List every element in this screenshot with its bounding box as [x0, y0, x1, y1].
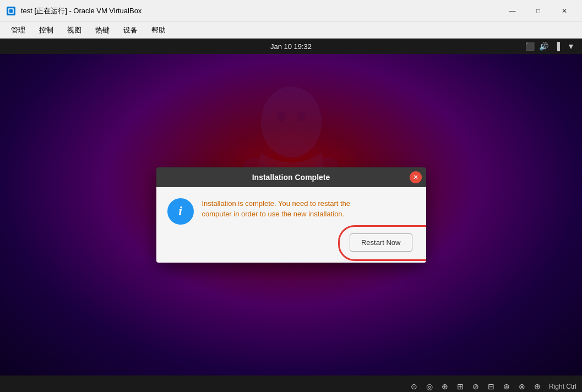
app-icon: [6, 6, 17, 17]
dialog-title: Installation Complete: [252, 173, 330, 182]
installation-dialog: Installation Complete ✕ i Installation i…: [156, 167, 426, 263]
battery-icon: ▐: [552, 41, 563, 52]
taskbar-icon-3[interactable]: ⊕: [438, 380, 452, 392]
message-line2: computer in order to use the new install…: [202, 210, 345, 218]
taskbar: ⊙ ◎ ⊕ ⊞ ⊘ ⊟ ⊛ ⊗ ⊕ Right Ctrl: [0, 375, 582, 392]
taskbar-icon-5[interactable]: ⊘: [469, 380, 482, 392]
right-ctrl-label: Right Ctrl: [549, 383, 576, 390]
taskbar-icon-7[interactable]: ⊛: [500, 380, 513, 392]
dialog-content: Installation is complete. You need to re…: [202, 198, 412, 252]
menu-hotkeys[interactable]: 热键: [90, 23, 115, 37]
maximize-button[interactable]: □: [526, 3, 551, 19]
message-line1: Installation is complete. You need to re…: [202, 199, 351, 208]
menu-manage[interactable]: 管理: [6, 23, 31, 37]
taskbar-icon-6[interactable]: ⊟: [485, 380, 498, 392]
taskbar-icon-2[interactable]: ◎: [423, 380, 436, 392]
info-icon: i: [167, 198, 194, 225]
close-button[interactable]: ✕: [552, 3, 576, 19]
dialog-body: i Installation is complete. You need to …: [156, 187, 426, 263]
menu-bar: 管理 控制 视图 热键 设备 帮助: [0, 22, 582, 39]
vm-status-bar: Jan 10 19:32 ⬛ 🔊 ▐ ▼: [0, 39, 582, 54]
window-title: test [正在运行] - Oracle VM VirtualBox: [21, 6, 500, 16]
menu-control[interactable]: 控制: [34, 23, 59, 37]
minimize-button[interactable]: —: [500, 3, 525, 19]
taskbar-icon-9[interactable]: ⊕: [531, 380, 544, 392]
dialog-titlebar: Installation Complete ✕: [156, 167, 426, 187]
vm-status-icons: ⬛ 🔊 ▐ ▼: [524, 41, 576, 52]
dialog-message: Installation is complete. You need to re…: [202, 198, 412, 220]
svg-rect-2: [9, 9, 13, 13]
window-controls: — □ ✕: [500, 3, 576, 19]
restart-now-button[interactable]: Restart Now: [350, 233, 412, 252]
dialog-close-button[interactable]: ✕: [410, 171, 422, 183]
menu-devices[interactable]: 设备: [118, 23, 143, 37]
menu-view[interactable]: 视图: [62, 23, 87, 37]
settings-icon: ▼: [565, 41, 576, 52]
network-icon: ⬛: [524, 41, 535, 52]
vm-screen: Installation Complete ✕ i Installation i…: [0, 54, 582, 375]
audio-icon: 🔊: [538, 41, 549, 52]
dialog-overlay: Installation Complete ✕ i Installation i…: [0, 54, 582, 375]
taskbar-icon-8[interactable]: ⊗: [515, 380, 529, 392]
title-bar: test [正在运行] - Oracle VM VirtualBox — □ ✕: [0, 0, 582, 22]
taskbar-icon-1[interactable]: ⊙: [407, 380, 421, 392]
menu-help[interactable]: 帮助: [146, 23, 171, 37]
dialog-actions: Restart Now: [202, 231, 412, 252]
taskbar-icon-4[interactable]: ⊞: [454, 380, 467, 392]
vm-datetime: Jan 10 19:32: [270, 42, 312, 51]
